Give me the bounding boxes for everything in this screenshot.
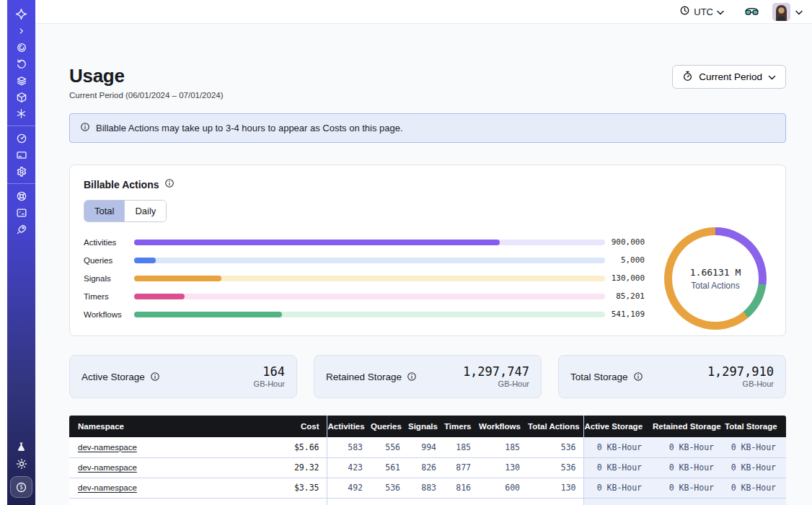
column-header-cost: Cost: [283, 416, 327, 437]
cell-signals: 826: [407, 457, 443, 478]
chart-bar-track: [134, 294, 605, 299]
cell-namespace: dev-namespace: [69, 457, 283, 478]
lifebuoy-icon: [16, 190, 27, 202]
chart-bar-value: 541,109: [605, 309, 645, 319]
cell-workflows: [478, 498, 527, 505]
sidebar-item-sun[interactable]: [7, 455, 35, 472]
cell-timers: 877: [443, 457, 478, 478]
sidebar-divider: [7, 126, 35, 126]
sidebar-item-dollar-coin[interactable]: $: [10, 476, 32, 498]
cell-cost: [283, 498, 327, 505]
chart-category-label: Activities: [84, 238, 134, 247]
storage-card-value: 1,297,910GB-Hour: [707, 365, 774, 388]
column-header-active_storage: Active Storage: [583, 416, 652, 437]
sidebar-item-flask[interactable]: [7, 439, 35, 455]
user-menu[interactable]: [772, 3, 803, 21]
cell-active_storage: [583, 498, 652, 505]
cell-retained_storage: 0 KB-Hour: [652, 457, 724, 478]
dollar-coin-icon: $: [15, 481, 27, 493]
cell-cost: $5.66: [283, 437, 327, 457]
cell-namespace: dev-namespace: [69, 437, 283, 457]
total-actions-donut-chart: 1.66131 M Total Actions: [664, 227, 767, 330]
storage-card-total-storage: Total Storage1,297,910GB-Hour: [558, 355, 786, 398]
cell-namespace: dev-namespace: [69, 478, 283, 498]
chevron-down-icon: [768, 71, 776, 82]
chart-bar-track: [134, 312, 605, 317]
namespace-link[interactable]: dev-namespace: [78, 443, 137, 452]
flask-icon: [16, 442, 27, 452]
billable-actions-title-text: Billable Actions: [84, 179, 159, 190]
sidebar-item-history[interactable]: [7, 56, 35, 72]
sidebar-item-credit-card[interactable]: [7, 146, 35, 163]
storage-card-retained-storage: Retained Storage1,297,747GB-Hour: [314, 355, 542, 398]
sidebar-item-cube[interactable]: [7, 89, 35, 105]
timezone-selector[interactable]: UTC: [679, 5, 724, 18]
column-header-workflows: Workflows: [478, 416, 527, 437]
sidebar-item-layers[interactable]: [7, 72, 35, 89]
chevron-down-icon: [795, 5, 803, 18]
sidebar-item-rocket[interactable]: [7, 221, 35, 237]
donut-center: 1.66131 M Total Actions: [672, 235, 759, 322]
table-header-row: NamespaceCostActivitiesQueriesSignalsTim…: [69, 416, 786, 437]
sidebar-item-swirl[interactable]: [7, 39, 35, 56]
page-header: Usage Current Period (06/01/2024 – 07/01…: [69, 65, 786, 101]
storage-card-label: Total Storage: [570, 372, 643, 382]
sidebar-item-gear[interactable]: [7, 163, 35, 180]
billable-actions-card: Billable Actions TotalDaily Activities90…: [69, 164, 786, 336]
cell-workflows: 130: [478, 457, 527, 478]
chart-row-activities: Activities900,000: [84, 233, 645, 251]
sidebar-item-gauge[interactable]: [7, 130, 35, 146]
sidebar-item-asterisk[interactable]: [7, 105, 35, 122]
tab-daily[interactable]: Daily: [124, 201, 166, 221]
table-row: dev-namespace$3.354925368838166001300 KB…: [69, 478, 786, 498]
chart-category-label: Queries: [84, 256, 134, 265]
namespace-link[interactable]: dev-namespace: [78, 463, 137, 472]
column-header-queries: Queries: [370, 416, 407, 437]
storage-card-value: 1,297,747GB-Hour: [463, 365, 529, 388]
table-row-partial: [69, 498, 786, 505]
chart-row-queries: Queries5,000: [84, 251, 645, 269]
chart-bar-fill: [134, 294, 185, 299]
temporal-logo-icon: [15, 8, 27, 20]
chart-bar-value: 85,201: [605, 291, 645, 301]
goggles-icon[interactable]: [744, 7, 759, 17]
chart-bar-fill: [134, 240, 500, 245]
cell-active_storage: 0 KB-Hour: [583, 457, 652, 478]
period-selector-button[interactable]: Current Period: [672, 65, 786, 89]
chart-bar-fill: [134, 276, 221, 281]
cell-timers: [443, 498, 478, 505]
gauge-icon: [16, 133, 27, 144]
column-header-signals: Signals: [407, 416, 443, 437]
cell-queries: 561: [370, 457, 407, 478]
info-icon[interactable]: [407, 372, 417, 382]
billable-actions-bar-chart: Activities900,000Queries5,000Signals130,…: [84, 233, 645, 323]
storage-card-value: 164GB-Hour: [254, 365, 285, 388]
namespace-link[interactable]: dev-namespace: [78, 483, 137, 492]
donut-total-value: 1.66131 M: [690, 267, 741, 278]
rocket-icon: [16, 224, 27, 235]
sidebar-item-temporal-logo[interactable]: [7, 6, 35, 22]
tab-total[interactable]: Total: [84, 201, 124, 221]
cell-queries: 556: [370, 437, 407, 457]
sidebar-item-lifebuoy[interactable]: [7, 188, 35, 204]
asterisk-icon: [16, 108, 27, 119]
cell-active_storage: 0 KB-Hour: [583, 437, 652, 457]
info-icon[interactable]: [150, 372, 160, 382]
cube-icon: [16, 92, 27, 103]
cell-namespace: [69, 498, 283, 505]
chart-bar-fill: [134, 312, 282, 317]
cell-activities: [327, 498, 370, 505]
sidebar-item-monitor[interactable]: [7, 204, 35, 221]
cell-activities: 583: [327, 437, 370, 457]
billable-actions-title: Billable Actions: [84, 178, 772, 190]
donut-total-label: Total Actions: [691, 281, 739, 291]
cell-retained_storage: 0 KB-Hour: [652, 437, 724, 457]
cell-cost: $3.35: [283, 478, 327, 498]
credit-card-icon: [16, 149, 27, 161]
sidebar-item-chevron-right[interactable]: [7, 22, 35, 39]
stopwatch-icon: [682, 71, 693, 84]
info-icon[interactable]: [164, 178, 175, 190]
chart-bar-track: [134, 276, 605, 281]
info-icon[interactable]: [633, 372, 643, 382]
table-row: dev-namespace29.324235618268771305360 KB…: [69, 457, 786, 478]
